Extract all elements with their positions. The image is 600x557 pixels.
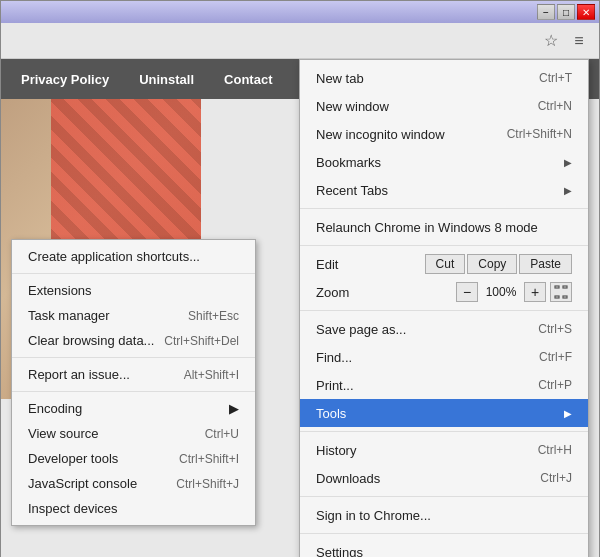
browser-content: Privacy Policy Uninstall Contact CNET Cr… bbox=[1, 59, 599, 557]
fullscreen-icon bbox=[554, 285, 568, 299]
submenu-separator-2 bbox=[12, 357, 255, 358]
menu-sep-4 bbox=[300, 431, 588, 432]
nav-uninstall[interactable]: Uninstall bbox=[139, 72, 194, 87]
bookmarks-item[interactable]: Bookmarks ▶ bbox=[300, 148, 588, 176]
recent-tabs-item[interactable]: Recent Tabs ▶ bbox=[300, 176, 588, 204]
paste-button[interactable]: Paste bbox=[519, 254, 572, 274]
new-incognito-item[interactable]: New incognito window Ctrl+Shift+N bbox=[300, 120, 588, 148]
edit-buttons-group: Cut Copy Paste bbox=[425, 254, 572, 274]
chrome-menu: New tab Ctrl+T New window Ctrl+N New inc… bbox=[299, 59, 589, 557]
submenu-separator-3 bbox=[12, 391, 255, 392]
title-bar: − □ ✕ bbox=[1, 1, 599, 23]
edit-row: Edit Cut Copy Paste bbox=[300, 250, 588, 278]
developer-tools-item[interactable]: Developer tools Ctrl+Shift+I bbox=[12, 446, 255, 471]
history-item[interactable]: History Ctrl+H bbox=[300, 436, 588, 464]
menu-sep-2 bbox=[300, 245, 588, 246]
print-item[interactable]: Print... Ctrl+P bbox=[300, 371, 588, 399]
submenu-separator-1 bbox=[12, 273, 255, 274]
new-tab-item[interactable]: New tab Ctrl+T bbox=[300, 64, 588, 92]
menu-sep-3 bbox=[300, 310, 588, 311]
menu-sep-6 bbox=[300, 533, 588, 534]
browser-window: − □ ✕ ☆ ≡ Privacy Policy Uninstall Conta… bbox=[0, 0, 600, 557]
report-issue-item[interactable]: Report an issue... Alt+Shift+I bbox=[12, 362, 255, 387]
zoom-plus-button[interactable]: + bbox=[524, 282, 546, 302]
tools-item[interactable]: Tools ▶ bbox=[300, 399, 588, 427]
minimize-button[interactable]: − bbox=[537, 4, 555, 20]
zoom-fullscreen-button[interactable] bbox=[550, 282, 572, 302]
browser-toolbar: ☆ ≡ bbox=[1, 23, 599, 59]
zoom-minus-button[interactable]: − bbox=[456, 282, 478, 302]
maximize-button[interactable]: □ bbox=[557, 4, 575, 20]
relaunch-item[interactable]: Relaunch Chrome in Windows 8 mode bbox=[300, 213, 588, 241]
new-window-item[interactable]: New window Ctrl+N bbox=[300, 92, 588, 120]
svg-rect-2 bbox=[555, 296, 559, 298]
javascript-console-item[interactable]: JavaScript console Ctrl+Shift+J bbox=[12, 471, 255, 496]
inspect-devices-item[interactable]: Inspect devices bbox=[12, 496, 255, 521]
extensions-item[interactable]: Extensions bbox=[12, 278, 255, 303]
svg-rect-3 bbox=[563, 296, 567, 298]
encoding-item[interactable]: Encoding ▶ bbox=[12, 396, 255, 421]
zoom-value-display: 100% bbox=[482, 285, 520, 299]
zoom-row: Zoom − 100% + bbox=[300, 278, 588, 306]
task-manager-item[interactable]: Task manager Shift+Esc bbox=[12, 303, 255, 328]
settings-item[interactable]: Settings bbox=[300, 538, 588, 557]
bookmark-star-icon[interactable]: ☆ bbox=[539, 29, 563, 53]
tools-submenu: Create application shortcuts... Extensio… bbox=[11, 239, 256, 526]
view-source-item[interactable]: View source Ctrl+U bbox=[12, 421, 255, 446]
nav-contact[interactable]: Contact bbox=[224, 72, 272, 87]
clear-browsing-item[interactable]: Clear browsing data... Ctrl+Shift+Del bbox=[12, 328, 255, 353]
zoom-controls: − 100% + bbox=[456, 282, 572, 302]
cut-button[interactable]: Cut bbox=[425, 254, 466, 274]
signin-item[interactable]: Sign in to Chrome... bbox=[300, 501, 588, 529]
close-button[interactable]: ✕ bbox=[577, 4, 595, 20]
svg-rect-0 bbox=[555, 286, 559, 288]
find-item[interactable]: Find... Ctrl+F bbox=[300, 343, 588, 371]
menu-sep-5 bbox=[300, 496, 588, 497]
create-shortcuts-item[interactable]: Create application shortcuts... bbox=[12, 244, 255, 269]
nav-privacy-policy[interactable]: Privacy Policy bbox=[21, 72, 109, 87]
copy-button[interactable]: Copy bbox=[467, 254, 517, 274]
save-page-item[interactable]: Save page as... Ctrl+S bbox=[300, 315, 588, 343]
chrome-menu-icon[interactable]: ≡ bbox=[567, 29, 591, 53]
menu-sep-1 bbox=[300, 208, 588, 209]
svg-rect-1 bbox=[563, 286, 567, 288]
downloads-item[interactable]: Downloads Ctrl+J bbox=[300, 464, 588, 492]
